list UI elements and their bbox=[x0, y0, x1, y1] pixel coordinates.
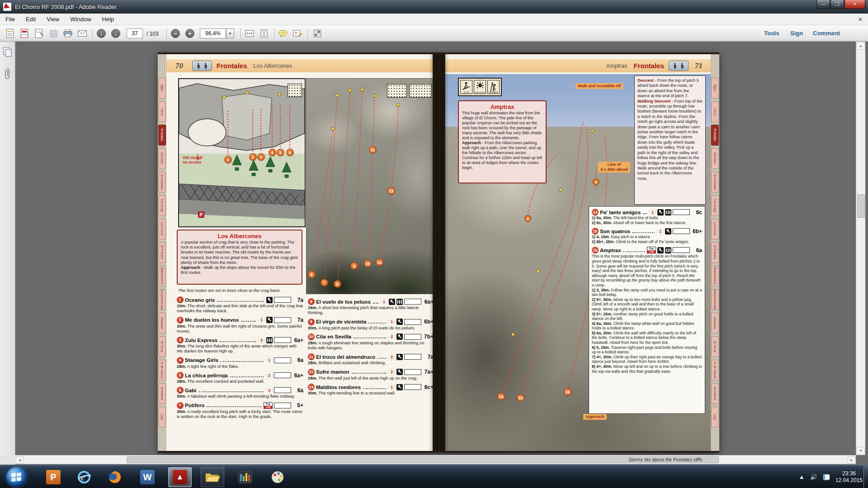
tick-box[interactable] bbox=[274, 357, 291, 363]
page-tab-escalera[interactable]: Escalera bbox=[158, 148, 166, 169]
tick-box[interactable] bbox=[274, 317, 291, 323]
sign-pen-button[interactable]: ✎ bbox=[33, 28, 44, 38]
menu-view[interactable]: View bbox=[41, 14, 65, 24]
page-tab-abdalajis[interactable]: Abdalajis bbox=[711, 313, 719, 333]
tray-show-hidden-icon[interactable]: ▲ bbox=[799, 474, 805, 480]
scroll-down-arrow[interactable]: ▼ bbox=[857, 447, 865, 455]
menu-help[interactable]: Help bbox=[97, 14, 120, 24]
tick-box[interactable] bbox=[274, 387, 291, 393]
page-tab-el-torcal[interactable]: El Torcal bbox=[711, 336, 719, 357]
volume-icon[interactable]: 🔊 bbox=[810, 474, 817, 480]
page-tab-encantadas[interactable]: Encantadas bbox=[711, 172, 719, 192]
show-desktop-button[interactable] bbox=[863, 465, 868, 488]
taskbar-firefox-icon[interactable] bbox=[103, 467, 127, 487]
save-button[interactable] bbox=[48, 28, 59, 38]
previous-page-button[interactable]: ↑ bbox=[96, 28, 107, 38]
menu-edit[interactable]: Edit bbox=[20, 14, 41, 24]
attachments-paperclip-icon[interactable] bbox=[4, 68, 10, 80]
tick-box[interactable] bbox=[274, 337, 291, 343]
zoom-in-button[interactable]: + bbox=[184, 28, 195, 38]
page-tab-escalera[interactable]: Escalera bbox=[711, 148, 719, 169]
page-tab-the-gorge[interactable]: The Gorge bbox=[711, 195, 719, 216]
menu-window[interactable]: Window bbox=[65, 14, 96, 24]
fullscreen-button[interactable] bbox=[312, 28, 323, 38]
scroll-right-arrow[interactable]: ► bbox=[848, 456, 855, 464]
page-tab-frontales[interactable]: Frontales bbox=[158, 125, 166, 145]
close-button[interactable]: ✕ bbox=[844, 0, 865, 9]
zoom-level-input[interactable] bbox=[200, 28, 226, 38]
page-tab-turon[interactable]: Turon bbox=[158, 101, 166, 122]
page-tab-el-torcal[interactable]: El Torcal bbox=[158, 336, 166, 357]
vertical-scrollbar[interactable]: ▲ ▼ bbox=[856, 42, 865, 455]
page-tab-el-polvorin[interactable]: El Polvorin bbox=[711, 242, 719, 263]
taskbar-adobe-reader-icon[interactable]: ▲ bbox=[168, 467, 192, 487]
page-tab-the-gorge[interactable]: The Gorge bbox=[158, 195, 166, 216]
page-tab-archidona[interactable]: Archidona bbox=[158, 383, 166, 404]
highlight-text-button[interactable]: T bbox=[292, 28, 303, 38]
page-tab-v-de-gaucin[interactable]: V. de Gaucin bbox=[158, 360, 166, 380]
tick-box[interactable] bbox=[404, 384, 421, 390]
next-page-button[interactable]: ↓ bbox=[110, 28, 121, 38]
tick-box[interactable] bbox=[404, 369, 421, 375]
page-tab-mijas[interactable]: Mijas bbox=[711, 78, 719, 99]
fit-page-button[interactable] bbox=[259, 28, 269, 38]
tick-box[interactable] bbox=[404, 319, 421, 325]
horizontal-scrollbar[interactable]: ◄ ► bbox=[15, 455, 856, 464]
page-tab-archidona[interactable]: Archidona bbox=[711, 383, 719, 404]
print-button[interactable] bbox=[62, 28, 73, 38]
page-tab-encantadas[interactable]: Encantadas bbox=[158, 172, 166, 192]
page-tab-abdalajis[interactable]: Abdalajis bbox=[158, 313, 166, 333]
comment-bubble-button[interactable] bbox=[278, 28, 288, 38]
start-button[interactable] bbox=[6, 467, 26, 487]
taskbar-internet-explorer-icon[interactable]: e bbox=[72, 467, 96, 487]
fit-width-button[interactable] bbox=[244, 28, 255, 38]
page-tab-desplomilandia[interactable]: Desplomilandia bbox=[711, 289, 719, 310]
taskbar-word-icon[interactable]: W bbox=[136, 467, 159, 487]
tray-panel-icon[interactable] bbox=[823, 474, 830, 480]
taskbar-paint-app-icon[interactable] bbox=[266, 467, 289, 487]
page-tab-makinodromo[interactable]: Makinodromo bbox=[158, 266, 166, 286]
page-tab-el-polvorin[interactable]: El Polvorin bbox=[158, 242, 166, 263]
maximize-button[interactable]: ❐ bbox=[830, 0, 844, 9]
page-tab-mijas[interactable]: Mijas bbox=[158, 78, 166, 99]
tick-box[interactable] bbox=[673, 247, 690, 253]
page-tab-turon[interactable]: Turon bbox=[711, 101, 719, 122]
minimize-button[interactable]: — bbox=[816, 0, 830, 9]
page-tab-loja[interactable]: Loja bbox=[711, 407, 719, 427]
page-thumbnails-icon[interactable] bbox=[3, 47, 12, 57]
zoom-dropdown-button[interactable]: ▼ bbox=[226, 28, 234, 38]
page-tab-desplomilandia[interactable]: Desplomilandia bbox=[158, 289, 166, 310]
vertical-scroll-thumb[interactable] bbox=[857, 194, 865, 218]
tick-box[interactable] bbox=[673, 228, 690, 234]
menubar-close-icon[interactable]: ✕ bbox=[855, 15, 865, 23]
toolbar-link-sign[interactable]: Sign bbox=[790, 30, 803, 37]
tick-box[interactable] bbox=[404, 334, 421, 340]
toolbar-link-comment[interactable]: Comment bbox=[813, 30, 840, 37]
taskbar-explorer-icon[interactable] bbox=[201, 467, 224, 487]
tick-box[interactable] bbox=[404, 354, 421, 360]
create-pdf-button[interactable] bbox=[19, 28, 30, 38]
taskbar-media-app-icon[interactable] bbox=[233, 467, 257, 487]
page-tab-loja[interactable]: Loja bbox=[158, 407, 166, 427]
tick-box[interactable] bbox=[673, 209, 690, 215]
clock-date: 12.04.2015 bbox=[835, 477, 863, 484]
tick-box[interactable] bbox=[274, 297, 291, 303]
tick-box[interactable] bbox=[274, 403, 291, 408]
toolbar-link-tools[interactable]: Tools bbox=[764, 30, 779, 37]
page-tab-los-cotos[interactable]: Los Cotos bbox=[711, 219, 719, 239]
email-button[interactable] bbox=[77, 28, 88, 38]
taskbar-powerpoint-icon[interactable]: P bbox=[42, 467, 65, 487]
taskbar-clock[interactable]: 23:36 12.04.2015 bbox=[835, 470, 863, 484]
page-tab-frontales[interactable]: Frontales bbox=[711, 125, 719, 145]
tick-box[interactable] bbox=[274, 372, 291, 378]
scroll-left-arrow[interactable]: ◄ bbox=[16, 456, 24, 464]
page-tab-v-de-gaucin[interactable]: V. de Gaucin bbox=[711, 360, 719, 380]
page-tab-makinodromo[interactable]: Makinodromo bbox=[711, 266, 719, 286]
zoom-out-button[interactable]: − bbox=[170, 28, 181, 38]
open-button[interactable] bbox=[5, 28, 15, 38]
page-number-input[interactable] bbox=[127, 28, 143, 38]
page-tab-los-cotos[interactable]: Los Cotos bbox=[158, 219, 166, 239]
scroll-up-arrow[interactable]: ▲ bbox=[857, 42, 865, 50]
menu-file[interactable]: File bbox=[0, 14, 20, 24]
tick-box[interactable] bbox=[404, 299, 421, 305]
